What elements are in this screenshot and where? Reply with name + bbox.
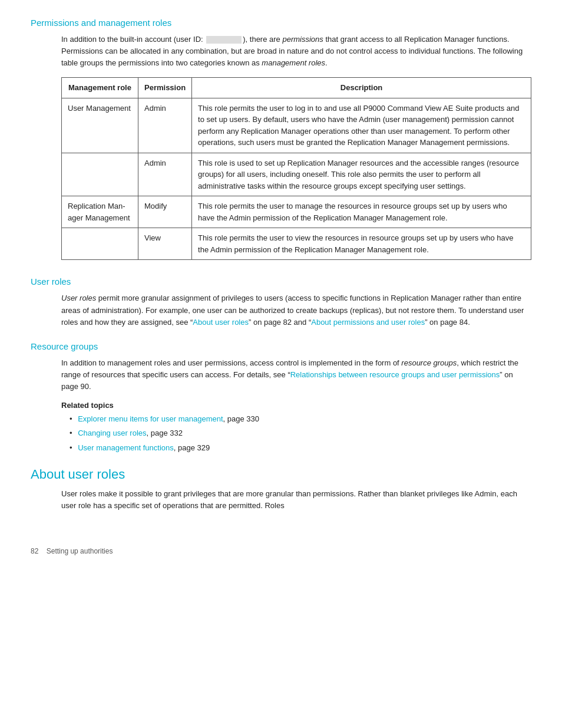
mgmt-roles-italic: management roles bbox=[262, 58, 325, 67]
page-footer: 82 Setting up authorities bbox=[31, 547, 531, 555]
explorer-menu-link[interactable]: Explorer menu items for user management bbox=[78, 414, 223, 423]
changing-user-roles-link[interactable]: Changing user roles bbox=[78, 429, 146, 437]
desc-cell-modify: This role permits the user to manage the… bbox=[192, 196, 531, 228]
list-item: User management functions, page 329 bbox=[70, 442, 531, 454]
perm-cell-admin-1: Admin bbox=[138, 98, 192, 153]
resource-groups-section: Resource groups In addition to managemen… bbox=[31, 341, 531, 454]
about-user-roles-body: User roles make it possible to grant pri… bbox=[61, 488, 531, 512]
user-id-placeholder bbox=[206, 36, 242, 44]
table-row: User Management Admin This role permits … bbox=[62, 98, 531, 153]
about-user-roles-section: About user roles User roles make it poss… bbox=[31, 467, 531, 512]
list-item: Explorer menu items for user management,… bbox=[70, 413, 531, 425]
permissions-table: Management role Permission Description U… bbox=[61, 77, 531, 260]
desc-cell-view: This role permits the user to view the r… bbox=[192, 228, 531, 260]
user-management-functions-link[interactable]: User management functions bbox=[78, 443, 174, 452]
permissions-section: Permissions and management roles In addi… bbox=[31, 18, 531, 260]
footer-text: Setting up authorities bbox=[47, 547, 113, 555]
col-header-description: Description bbox=[192, 78, 531, 98]
col-header-permission: Permission bbox=[138, 78, 192, 98]
role-cell-rep-mgmt: Replication Man­ager Management bbox=[62, 196, 138, 228]
col-header-role: Management role bbox=[62, 78, 138, 98]
perm-cell-view: View bbox=[138, 228, 192, 260]
perm-cell-admin-2: Admin bbox=[138, 153, 192, 196]
desc-cell-rep-admin: This role is used to set up Replication … bbox=[192, 153, 531, 196]
list-item: Changing user roles, page 332 bbox=[70, 427, 531, 439]
role-cell-empty-2 bbox=[62, 228, 138, 260]
about-permissions-user-roles-link[interactable]: About permissions and user roles bbox=[311, 318, 425, 327]
table-row: View This role permits the user to view … bbox=[62, 228, 531, 260]
desc-cell-user-mgmt: This role permits the user to log in to … bbox=[192, 98, 531, 153]
user-roles-heading: User roles bbox=[31, 276, 531, 286]
table-row: Replication Man­ager Management Modify T… bbox=[62, 196, 531, 228]
user-roles-section: User roles User roles permit more granul… bbox=[31, 276, 531, 328]
related-topics-heading: Related topics bbox=[61, 401, 531, 410]
table-row: Admin This role is used to set up Replic… bbox=[62, 153, 531, 196]
resource-groups-link[interactable]: Relationships between resource groups an… bbox=[290, 370, 500, 379]
page-number: 82 bbox=[31, 547, 38, 555]
permissions-heading: Permissions and management roles bbox=[31, 18, 531, 28]
resource-groups-heading: Resource groups bbox=[31, 341, 531, 351]
user-roles-italic: User roles bbox=[61, 294, 96, 302]
related-topics-list: Explorer menu items for user management,… bbox=[61, 413, 531, 453]
resource-groups-italic: resource groups bbox=[401, 358, 457, 367]
permissions-intro: In addition to the built-in account (use… bbox=[61, 34, 531, 69]
about-user-roles-link[interactable]: About user roles bbox=[193, 318, 249, 327]
perm-cell-modify: Modify bbox=[138, 196, 192, 228]
user-roles-body: User roles permit more granular assignme… bbox=[61, 292, 531, 328]
about-user-roles-big-heading: About user roles bbox=[31, 467, 531, 482]
permissions-italic: permissions bbox=[282, 35, 323, 44]
table-header-row: Management role Permission Description bbox=[62, 78, 531, 98]
role-cell-empty-1 bbox=[62, 153, 138, 196]
role-cell-user-mgmt: User Management bbox=[62, 98, 138, 153]
resource-groups-body: In addition to management roles and user… bbox=[61, 357, 531, 393]
